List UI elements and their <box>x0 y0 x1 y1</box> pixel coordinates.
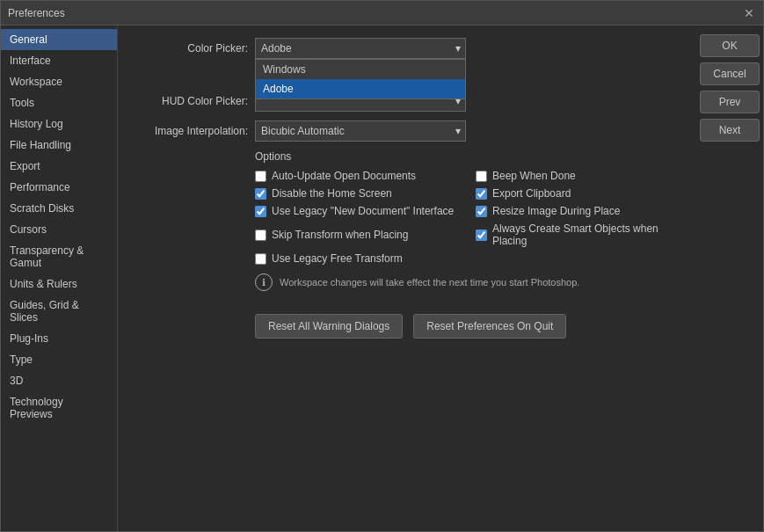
label-export-clipboard: Export Clipboard <box>492 187 571 200</box>
close-button[interactable]: ✕ <box>742 6 756 20</box>
prev-button[interactable]: Prev <box>700 91 760 113</box>
checkbox-disable-home[interactable] <box>255 188 266 200</box>
ok-button[interactable]: OK <box>700 34 760 57</box>
sidebar-item-general[interactable]: General <box>1 29 117 50</box>
label-beep-when-done: Beep When Done <box>492 170 576 182</box>
hud-color-picker-label: HUD Color Picker: <box>132 95 255 107</box>
options-section: Options Auto-Update Open DocumentsBeep W… <box>132 150 679 265</box>
checkbox-auto-update[interactable] <box>255 171 266 182</box>
image-interpolation-row: Image Interpolation: Bicubic Automatic <box>132 120 679 142</box>
label-always-smart-objects: Always Create Smart Objects when Placing <box>492 222 679 247</box>
sidebar-item-performance[interactable]: Performance <box>1 177 117 198</box>
checkbox-resize-image[interactable] <box>476 206 487 217</box>
sidebar-item-transparency-gamut[interactable]: Transparency & Gamut <box>1 240 117 273</box>
checkbox-use-legacy-free-transform[interactable] <box>255 253 266 265</box>
sidebar-item-units-rulers[interactable]: Units & Rulers <box>1 273 117 295</box>
checkbox-always-smart-objects[interactable] <box>476 230 487 241</box>
next-button[interactable]: Next <box>700 119 760 142</box>
sidebar-item-interface[interactable]: Interface <box>1 50 117 71</box>
sidebar: GeneralInterfaceWorkspaceToolsHistory Lo… <box>1 26 118 531</box>
dropdown-item-adobe[interactable]: Adobe <box>256 79 465 98</box>
reset-prefs-button[interactable]: Reset Preferences On Quit <box>413 314 566 339</box>
image-interpolation-wrapper: Bicubic Automatic <box>255 120 466 142</box>
dropdown-item-windows[interactable]: Windows <box>256 60 465 79</box>
sidebar-item-history-log[interactable]: History Log <box>1 113 117 135</box>
option-item-use-legacy-free-transform: Use Legacy Free Transform <box>255 252 458 265</box>
sidebar-item-plug-ins[interactable]: Plug-Ins <box>1 328 117 349</box>
options-grid: Auto-Update Open DocumentsBeep When Done… <box>132 170 679 265</box>
title-bar: Preferences ✕ <box>1 1 763 26</box>
reset-warning-button[interactable]: Reset All Warning Dialogs <box>255 314 403 339</box>
info-icon: ℹ <box>255 273 273 291</box>
window-title: Preferences <box>8 7 65 19</box>
label-skip-transform: Skip Transform when Placing <box>272 229 408 241</box>
image-interpolation-label: Image Interpolation: <box>132 125 255 137</box>
option-item-use-legacy-new-doc: Use Legacy "New Document" Interface <box>255 205 458 217</box>
option-item-beep-when-done: Beep When Done <box>476 170 679 182</box>
color-picker-label: Color Picker: <box>132 42 255 55</box>
sidebar-item-workspace[interactable]: Workspace <box>1 71 117 92</box>
option-item-auto-update: Auto-Update Open Documents <box>255 170 458 182</box>
option-item-resize-image: Resize Image During Place <box>476 205 679 217</box>
label-auto-update: Auto-Update Open Documents <box>272 170 416 182</box>
workspace-notice: ℹ Workspace changes will take effect the… <box>132 265 679 300</box>
sidebar-item-3d[interactable]: 3D <box>1 370 117 391</box>
sidebar-item-technology-previews[interactable]: Technology Previews <box>1 391 117 425</box>
color-picker-select[interactable]: Adobe Windows <box>255 38 466 59</box>
sidebar-item-tools[interactable]: Tools <box>1 92 117 113</box>
option-item-disable-home: Disable the Home Screen <box>255 187 458 200</box>
bottom-buttons: Reset All Warning Dialogs Reset Preferen… <box>132 300 679 339</box>
main-content: Color Picker: Adobe Windows Windows Adob… <box>118 26 693 531</box>
color-picker-row: Color Picker: Adobe Windows Windows Adob… <box>132 38 679 59</box>
sidebar-item-type[interactable]: Type <box>1 349 117 370</box>
options-label: Options <box>132 150 679 163</box>
option-item-skip-transform: Skip Transform when Placing <box>255 222 458 247</box>
option-item-export-clipboard: Export Clipboard <box>476 187 679 200</box>
sidebar-item-scratch-disks[interactable]: Scratch Disks <box>1 198 117 219</box>
option-item-always-smart-objects: Always Create Smart Objects when Placing <box>476 222 679 247</box>
sidebar-item-export[interactable]: Export <box>1 156 117 177</box>
cancel-button[interactable]: Cancel <box>700 62 760 85</box>
image-interpolation-select[interactable]: Bicubic Automatic <box>255 120 466 142</box>
label-use-legacy-new-doc: Use Legacy "New Document" Interface <box>272 205 454 217</box>
sidebar-item-cursors[interactable]: Cursors <box>1 219 117 240</box>
color-picker-dropdown: Windows Adobe <box>255 59 466 99</box>
label-resize-image: Resize Image During Place <box>492 205 620 217</box>
workspace-notice-text: Workspace changes will take effect the n… <box>280 277 579 288</box>
checkbox-beep-when-done[interactable] <box>476 171 487 182</box>
right-panel: OK Cancel Prev Next <box>693 26 763 531</box>
window-body: GeneralInterfaceWorkspaceToolsHistory Lo… <box>1 26 763 531</box>
checkbox-skip-transform[interactable] <box>255 230 266 241</box>
label-use-legacy-free-transform: Use Legacy Free Transform <box>272 252 403 265</box>
sidebar-item-guides-grid-slices[interactable]: Guides, Grid & Slices <box>1 295 117 328</box>
color-picker-select-wrapper: Adobe Windows Windows Adobe <box>255 38 466 59</box>
label-disable-home: Disable the Home Screen <box>272 187 392 200</box>
preferences-window: Preferences ✕ GeneralInterfaceWorkspaceT… <box>0 0 764 532</box>
checkbox-use-legacy-new-doc[interactable] <box>255 206 266 217</box>
checkbox-export-clipboard[interactable] <box>476 188 487 200</box>
sidebar-item-file-handling[interactable]: File Handling <box>1 135 117 156</box>
